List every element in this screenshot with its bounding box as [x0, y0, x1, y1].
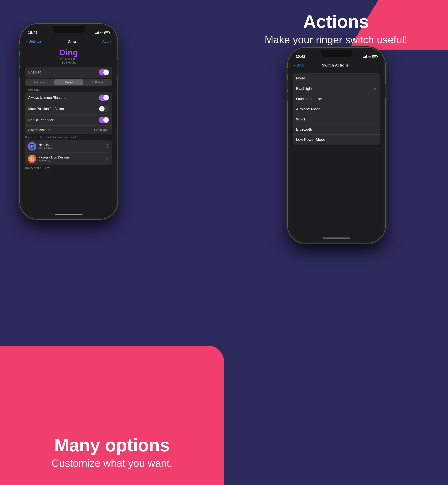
right-mute-switch	[286, 68, 288, 75]
battery-fill	[105, 32, 108, 33]
signal-bar-4	[98, 32, 99, 34]
action-orientation-label: Orientation Lock	[296, 97, 324, 101]
left-nav-apply[interactable]: Apply	[102, 40, 111, 44]
enabled-row: Enabled	[25, 67, 112, 78]
credit-nebula-row: 🌌 Nebula @itsnebulalol	[25, 140, 112, 153]
nebula-handle: @itsnebulalol	[39, 147, 105, 150]
haptic-feedback-row: Haptic Feedback	[25, 114, 112, 126]
right-top-text: Actions Make your ringer switch useful!	[224, 12, 448, 46]
volume-up-button	[18, 56, 20, 65]
right-volume-down	[286, 92, 288, 101]
right-main-title: Actions	[224, 12, 448, 32]
options-section: Always Unmute Ringtone Mute Position for…	[25, 92, 112, 134]
left-time: 10:42	[28, 31, 38, 35]
toggle-knob	[103, 70, 109, 75]
right-nav-title: Switch Actions	[322, 63, 349, 67]
flower-avatar: 🌸	[28, 155, 36, 163]
nav-back-left[interactable]: ‹ Settings	[26, 39, 41, 44]
always-unmute-toggle[interactable]	[99, 95, 109, 101]
left-bottom-text: Many options Customize what you want.	[0, 435, 224, 469]
action-bluetooth-label: Bluetooth	[296, 127, 312, 132]
nebula-name: Nebula	[39, 143, 105, 147]
credits-section: 🌌 Nebula @itsnebulalol 🌸 Flow	[25, 140, 112, 165]
switch-actions-list: None Flashlight ✓ Orientation Lock Airpl…	[293, 73, 380, 144]
signal-bar-3	[97, 32, 98, 34]
nebula-link-icon[interactable]	[105, 144, 110, 149]
flower-handle: @flowerible	[39, 159, 105, 162]
app-author: By Nebula	[22, 61, 115, 64]
action-none-label: None	[296, 76, 305, 80]
home-indicator-right	[323, 238, 351, 239]
left-nav-bar: ‹ Settings Ding Apply	[22, 37, 115, 46]
left-nav-title: Ding	[68, 39, 76, 44]
always-unmute-label: Always Unmute Ringtone	[28, 96, 66, 100]
right-sub-title: Make your ringer switch useful!	[224, 34, 448, 46]
right-time: 10:42	[296, 54, 305, 59]
wifi-icon	[100, 32, 103, 34]
app-title: Ding	[22, 48, 115, 57]
right-volume-up	[286, 80, 288, 89]
left-notch	[53, 26, 85, 33]
segment-unmuted[interactable]: Unmuted	[25, 80, 54, 85]
flower-info: Flower - Icon Designer @flowerible	[39, 156, 105, 162]
action-bluetooth-row[interactable]: Bluetooth	[293, 124, 380, 135]
action-orientation-row[interactable]: Orientation Lock	[293, 94, 380, 104]
mute-position-label: Mute Position for Action	[28, 107, 64, 111]
nebula-avatar: 🌌	[28, 142, 36, 151]
action-flashlight-row[interactable]: Flashlight ✓	[293, 83, 380, 94]
action-airplane-label: Airplane Mode	[296, 107, 320, 111]
right-power-button	[385, 84, 387, 97]
right-battery-icon	[372, 55, 377, 58]
always-unmute-row: Always Unmute Ringtone	[25, 92, 112, 103]
right-screen: 10:42	[290, 50, 383, 240]
right-nav-back[interactable]: ‹ Ding	[294, 63, 304, 68]
chevron-right-icon: ›	[108, 129, 109, 132]
haptics-note: Haptics will only be enabled if an actio…	[22, 135, 115, 140]
switch-actions-label: Switch Actions	[28, 128, 50, 132]
app-header: Ding Version 1.0.0 By Nebula	[22, 46, 115, 67]
mute-segmented-control: Unmuted Muted No Forcing	[25, 79, 112, 86]
action-wifi-label: Wi-Fi	[296, 117, 305, 121]
mute-position-toggle[interactable]	[99, 106, 109, 112]
action-flashlight-label: Flashlight	[296, 86, 312, 91]
ding-footer: Ding by Nebula - Enjoy!	[22, 166, 115, 170]
power-button	[118, 60, 119, 74]
nebula-info: Nebula @itsnebulalol	[39, 143, 105, 150]
signal-bar-2	[96, 33, 97, 34]
segment-no-forcing[interactable]: No Forcing	[83, 80, 112, 85]
switch-actions-row[interactable]: Switch Actions Flashlight ›	[25, 126, 112, 134]
credit-flower-row: 🌸 Flower - Icon Designer @flowerible	[25, 153, 112, 165]
left-main-title: Many options	[0, 435, 224, 455]
flower-link-icon[interactable]	[105, 157, 110, 161]
right-wifi-icon	[368, 55, 371, 58]
mute-switch	[18, 44, 20, 51]
app-version: Version 1.0.0	[22, 57, 115, 61]
battery-icon	[104, 32, 110, 34]
enabled-section: Enabled	[25, 67, 112, 78]
enabled-label: Enabled	[28, 70, 41, 74]
action-low-power-row[interactable]: Low Power Mode	[293, 135, 380, 144]
phone-frame-left: 10:42	[20, 24, 118, 219]
switch-actions-value: Flashlight ›	[94, 128, 109, 132]
left-screen: 10:42	[22, 26, 115, 217]
haptic-feedback-label: Haptic Feedback	[28, 118, 54, 122]
signal-bar-1	[95, 33, 96, 34]
left-sub-title: Customize what you want.	[0, 457, 224, 469]
phone-frame-right: 10:42	[288, 48, 385, 243]
battery-tip	[110, 32, 110, 33]
home-indicator-left	[55, 214, 83, 215]
switch-actions-current-value: Flashlight	[94, 128, 108, 132]
action-none-row[interactable]: None	[293, 73, 380, 83]
segment-muted[interactable]: Muted	[54, 80, 83, 85]
enabled-toggle[interactable]	[99, 69, 109, 75]
flower-name: Flower - Icon Designer	[39, 156, 105, 159]
action-wifi-row[interactable]: Wi-Fi	[293, 114, 380, 124]
flashlight-checkmark: ✓	[374, 86, 377, 91]
left-status-icons	[95, 32, 110, 34]
action-airplane-row[interactable]: Airplane Mode	[293, 104, 380, 114]
left-panel: Many options Customize what you want. 10…	[0, 0, 224, 485]
haptic-toggle[interactable]	[99, 117, 109, 123]
mute-position-row: Mute Position for Action	[25, 103, 112, 114]
volume-down-button	[18, 68, 20, 77]
signal-icon	[95, 32, 99, 34]
